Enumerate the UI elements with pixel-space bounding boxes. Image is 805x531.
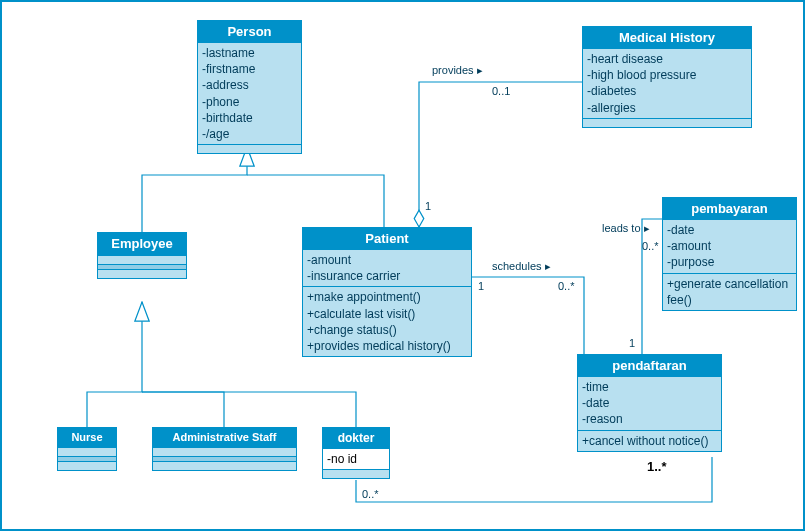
rel-leads-to-mult-bottom: 1 [629,337,635,349]
attr: -allergies [587,100,747,116]
class-title: Medical History [583,27,751,49]
class-pendaftaran: pendaftaran -time -date -reason +cancel … [577,354,722,452]
class-admin-staff: Administrative Staff [152,427,297,471]
attr: -/age [202,126,297,142]
attr: -date [667,222,792,238]
rel-schedules-mult-right: 0..* [558,280,575,292]
stripe [58,447,116,456]
rel-schedules-mult-left: 1 [478,280,484,292]
class-medical-history: Medical History -heart disease -high blo… [582,26,752,128]
class-title: dokter [323,428,389,449]
rel-provides-mult-far: 1 [425,200,431,212]
rel-provides-label: provides ▸ [432,64,483,77]
stripe [58,461,116,470]
class-attrs: -time -date -reason [578,377,721,430]
attr: -purpose [667,254,792,270]
attr: -date [582,395,717,411]
class-ops: +generate cancellation fee() [663,273,796,310]
rel-leads-to-mult-top: 0..* [642,240,659,252]
attr: -heart disease [587,51,747,67]
class-title: Nurse [58,428,116,447]
class-patient: Patient -amount -insurance carrier +make… [302,227,472,357]
class-attrs: -no id [323,449,389,469]
attr: -amount [667,238,792,254]
attr: -firstname [202,61,297,77]
stripe [98,255,186,264]
class-attrs: -heart disease -high blood pressure -dia… [583,49,751,118]
class-dokter: dokter -no id [322,427,390,479]
class-person: Person -lastname -firstname -address -ph… [197,20,302,154]
attr: -time [582,379,717,395]
class-ops: +make appointment() +calculate last visi… [303,286,471,356]
attr: -amount [307,252,467,268]
class-ops: +cancel without notice() [578,430,721,451]
class-ops-empty [583,118,751,127]
stripe [153,447,296,456]
class-title: pembayaran [663,198,796,220]
class-title: pendaftaran [578,355,721,377]
op: +make appointment() [307,289,467,305]
rel-provides-mult-near: 0..1 [492,85,510,97]
rel-leads-to-label: leads to ▸ [602,222,650,235]
attr: -lastname [202,45,297,61]
stripe [153,461,296,470]
stripe [323,469,389,478]
attr: -phone [202,94,297,110]
class-attrs: -amount -insurance carrier [303,250,471,286]
op: +cancel without notice() [582,433,717,449]
op: +calculate last visit() [307,306,467,322]
class-attrs: -lastname -firstname -address -phone -bi… [198,43,301,144]
class-nurse: Nurse [57,427,117,471]
stripe [98,269,186,278]
attr: -birthdate [202,110,297,126]
attr: -high blood pressure [587,67,747,83]
uml-canvas: Person -lastname -firstname -address -ph… [0,0,805,531]
attr: -insurance carrier [307,268,467,284]
class-ops-empty [198,144,301,153]
op: +generate cancellation fee() [667,276,792,308]
attr: -no id [327,451,385,467]
op: +provides medical history() [307,338,467,354]
rel-dokter-mult-left: 0..* [362,488,379,500]
class-title: Patient [303,228,471,250]
op: +change status() [307,322,467,338]
class-title: Person [198,21,301,43]
attr: -diabetes [587,83,747,99]
class-pembayaran: pembayaran -date -amount -purpose +gener… [662,197,797,311]
class-employee: Employee [97,232,187,279]
class-title: Employee [98,233,186,255]
class-title: Administrative Staff [153,428,296,447]
rel-schedules-label: schedules ▸ [492,260,551,273]
rel-dokter-mult-right: 1..* [647,459,667,474]
attr: -address [202,77,297,93]
class-attrs: -date -amount -purpose [663,220,796,273]
attr: -reason [582,411,717,427]
